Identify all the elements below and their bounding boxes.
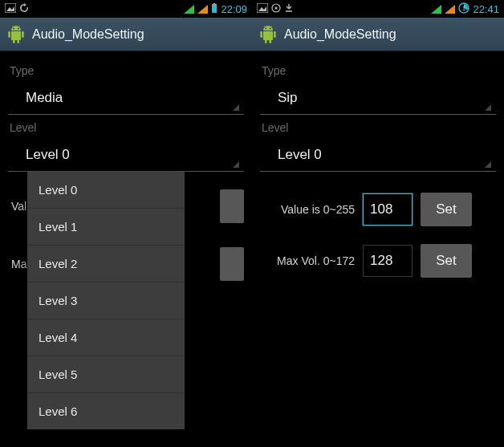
image-icon <box>257 3 268 15</box>
maxvol-row: Max Vol. 0~172 Set <box>260 244 496 278</box>
type-label: Type <box>260 58 496 82</box>
svg-text:1: 1 <box>463 5 466 10</box>
svg-rect-24 <box>263 31 273 40</box>
level-option-3[interactable]: Level 3 <box>27 282 185 319</box>
type-spinner[interactable]: Sip <box>260 82 496 115</box>
svg-rect-13 <box>17 39 19 43</box>
signal-sim2-icon <box>445 5 455 14</box>
svg-point-25 <box>265 27 266 29</box>
maxvol-label: Max Vol. 0~172 <box>260 254 355 267</box>
level-spinner[interactable]: Level 0 <box>260 139 496 172</box>
appbar: Audio_ModeSetting <box>252 18 504 51</box>
battery-icon: 1 <box>458 2 469 16</box>
svg-point-9 <box>18 27 19 29</box>
svg-rect-28 <box>274 31 276 38</box>
svg-rect-30 <box>269 39 271 43</box>
clock: 22:41 <box>473 3 499 15</box>
clock: 22:09 <box>221 3 247 15</box>
svg-marker-21 <box>445 5 455 14</box>
appbar: Audio_ModeSetting <box>0 18 252 51</box>
svg-marker-17 <box>258 6 266 11</box>
level-option-0[interactable]: Level 0 <box>27 172 185 209</box>
type-spinner[interactable]: Media <box>8 82 244 115</box>
svg-rect-6 <box>213 3 216 5</box>
statusbar: 22:09 <box>0 0 252 18</box>
appbar-title: Audio_ModeSetting <box>284 27 396 42</box>
level-option-4[interactable]: Level 4 <box>27 319 185 356</box>
value-input[interactable] <box>363 193 413 226</box>
svg-rect-29 <box>265 39 267 43</box>
set-button[interactable] <box>220 247 244 281</box>
screen-left: 22:09 Audio_ModeSetting Type Media Leve <box>0 0 252 447</box>
set-button[interactable]: Set <box>421 193 472 226</box>
statusbar: 1 22:41 <box>252 0 504 18</box>
screen-right: 1 22:41 Audio_ModeSetting Type Sip <box>252 0 504 447</box>
svg-rect-7 <box>11 31 21 40</box>
svg-rect-5 <box>212 6 217 13</box>
level-option-6[interactable]: Level 6 <box>27 393 185 429</box>
svg-rect-27 <box>260 31 262 38</box>
svg-marker-1 <box>6 6 14 11</box>
level-label: Level <box>8 115 244 139</box>
level-dropdown[interactable]: Level 0 Level 1 Level 2 Level 3 Level 4 … <box>27 172 185 429</box>
svg-marker-3 <box>197 5 208 14</box>
type-value: Media <box>26 90 63 105</box>
battery-icon <box>211 3 217 15</box>
set-button[interactable] <box>220 189 244 223</box>
signal-sim2-icon <box>197 5 208 14</box>
level-value: Level 0 <box>26 147 70 162</box>
android-icon <box>258 24 278 45</box>
level-spinner[interactable]: Level 0 <box>8 139 244 172</box>
signal-sim1-icon <box>431 5 441 14</box>
target-icon <box>271 3 281 15</box>
svg-rect-12 <box>13 39 15 43</box>
type-label: Type <box>8 58 244 82</box>
level-label: Level <box>260 115 496 139</box>
type-value: Sip <box>278 90 298 105</box>
set-button[interactable]: Set <box>421 244 472 278</box>
svg-point-8 <box>13 27 14 29</box>
level-option-5[interactable]: Level 5 <box>27 356 185 393</box>
android-icon <box>6 24 26 45</box>
appbar-title: Audio_ModeSetting <box>32 27 144 42</box>
download-icon <box>284 3 294 15</box>
maxvol-input[interactable] <box>363 245 413 277</box>
svg-point-26 <box>270 27 271 29</box>
level-option-2[interactable]: Level 2 <box>27 246 185 282</box>
svg-rect-11 <box>22 31 24 38</box>
svg-point-19 <box>274 6 277 9</box>
value-label: Value is 0~255 <box>260 203 355 216</box>
level-option-1[interactable]: Level 1 <box>27 209 185 246</box>
signal-sim1-icon <box>184 5 194 14</box>
svg-rect-10 <box>8 31 10 38</box>
level-value: Level 0 <box>278 147 322 162</box>
refresh-icon <box>19 3 29 15</box>
image-icon <box>5 3 16 15</box>
svg-marker-20 <box>431 5 441 14</box>
value-row: Value is 0~255 Set <box>260 193 496 226</box>
svg-marker-2 <box>184 5 194 14</box>
